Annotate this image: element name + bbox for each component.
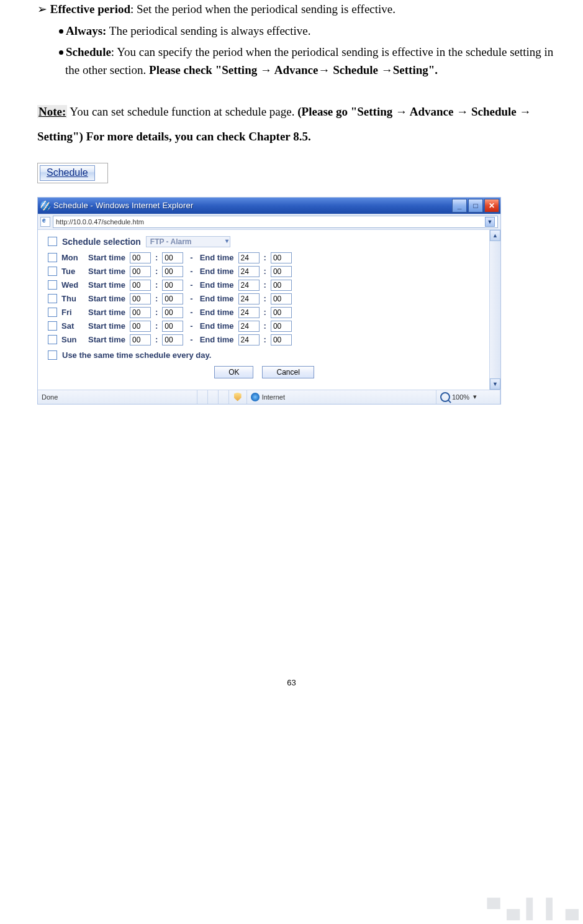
time-colon: : [264,335,266,344]
scroll-up-icon[interactable]: ▲ [490,230,500,241]
status-done: Done [38,390,197,404]
schedule-path: Please check "Setting → Advance→ Schedul… [149,63,438,76]
time-dash: - [188,308,195,317]
start-min-input[interactable]: 00 [162,321,183,332]
end-time-label: End time [200,253,234,262]
bullet-icon [59,29,63,34]
start-hour-input[interactable]: 00 [130,252,151,263]
schedule-button[interactable]: Schedule [40,165,95,181]
day-row: MonStart time00:00-End time24:00 [45,252,483,263]
start-hour-input[interactable]: 00 [130,280,151,291]
window-titlebar: Schedule - Windows Internet Explorer _ □… [38,198,500,214]
start-hour-input[interactable]: 00 [130,321,151,332]
effective-period-label: Effective period [50,2,130,16]
same-schedule-checkbox[interactable] [48,350,57,360]
end-min-input[interactable]: 00 [271,334,292,345]
same-schedule-label: Use the same time schedule every day. [62,350,211,360]
end-hour-input[interactable]: 24 [238,280,260,291]
end-hour-input[interactable]: 24 [238,266,260,277]
end-min-input[interactable]: 00 [271,280,292,291]
time-colon: : [264,253,266,262]
start-hour-input[interactable]: 00 [130,307,151,318]
effective-period-desc: : Set the period when the periodical sen… [130,2,395,16]
time-dash: - [188,280,195,290]
schedule-selection-row: Schedule selection FTP - Alarm [48,236,483,247]
always-desc: The periodical sending is always effecti… [106,24,310,37]
end-min-input[interactable]: 00 [271,266,292,277]
same-schedule-row: Use the same time schedule every day. [48,350,483,360]
day-row: WedStart time00:00-End time24:00 [45,280,483,291]
time-colon: : [264,280,266,290]
start-min-input[interactable]: 00 [162,266,183,277]
schedule-selection-label: Schedule selection [62,237,141,247]
day-label: Sun [61,335,84,344]
day-checkbox[interactable] [48,335,57,344]
end-hour-input[interactable]: 24 [238,334,260,345]
status-shield [229,390,247,404]
globe-icon [251,393,260,401]
time-dash: - [188,294,195,303]
schedule-label: Schedule [66,45,111,58]
end-time-label: End time [200,294,234,303]
schedule-type-select[interactable]: FTP - Alarm [146,236,230,247]
end-hour-input[interactable]: 24 [238,293,260,304]
start-time-label: Start time [88,294,125,303]
time-dash: - [188,335,195,344]
always-label: Always: [66,24,106,37]
start-min-input[interactable]: 00 [162,334,183,345]
start-hour-input[interactable]: 00 [130,266,151,277]
time-colon: : [264,321,266,331]
start-time-label: Start time [88,267,125,276]
day-checkbox[interactable] [48,253,57,262]
status-zone: Internet [262,393,285,401]
end-hour-input[interactable]: 24 [238,252,260,263]
effective-period-bullet: Effective period: Set the period when th… [37,0,555,18]
start-min-input[interactable]: 00 [162,293,183,304]
page-content: Schedule selection FTP - Alarm MonStart … [38,230,489,390]
end-min-input[interactable]: 00 [271,307,292,318]
day-checkbox[interactable] [48,321,57,331]
time-colon: : [155,280,158,290]
minimize-button[interactable]: _ [452,199,467,213]
address-dropdown-icon[interactable]: ▼ [485,217,495,227]
time-colon: : [264,294,266,303]
cancel-button[interactable]: Cancel [262,366,314,378]
day-row: TueStart time00:00-End time24:00 [45,266,483,277]
end-hour-input[interactable]: 24 [238,321,260,332]
end-time-label: End time [200,308,234,317]
note-label: Note: [37,105,67,118]
maximize-button[interactable]: □ [468,199,483,213]
ok-button[interactable]: OK [214,366,253,378]
brand-watermark: ▀ ▄ ▌ ▌ ▄ [487,898,579,919]
start-min-input[interactable]: 00 [162,280,183,291]
start-min-input[interactable]: 00 [162,252,183,263]
end-min-input[interactable]: 00 [271,293,292,304]
end-time-label: End time [200,280,234,290]
address-input[interactable]: http://10.0.0.47/schedule.htm ▼ [53,216,498,228]
scroll-down-icon[interactable]: ▼ [490,378,500,390]
always-item: Always: The periodical sending is always… [59,22,555,40]
end-min-input[interactable]: 00 [271,252,292,263]
start-min-input[interactable]: 00 [162,307,183,318]
start-time-label: Start time [88,321,125,331]
start-hour-input[interactable]: 00 [130,293,151,304]
time-colon: : [155,267,158,276]
schedule-selection-checkbox[interactable] [48,237,57,246]
page-icon [40,217,50,227]
day-checkbox[interactable] [48,267,57,276]
shield-icon [234,393,242,401]
status-zone-cell: Internet [247,390,436,404]
time-colon: : [155,253,158,262]
end-min-input[interactable]: 00 [271,321,292,332]
end-hour-input[interactable]: 24 [238,307,260,318]
status-sep [219,390,229,404]
close-button[interactable]: ✕ [484,199,499,213]
day-checkbox[interactable] [48,280,57,290]
day-checkbox[interactable] [48,294,57,303]
status-zoom-cell[interactable]: 100% ▾ [436,390,500,404]
time-colon: : [155,294,158,303]
status-zoom: 100% [452,393,469,401]
start-hour-input[interactable]: 00 [130,334,151,345]
vertical-scrollbar[interactable]: ▲ ▼ [489,230,500,390]
day-checkbox[interactable] [48,308,57,317]
